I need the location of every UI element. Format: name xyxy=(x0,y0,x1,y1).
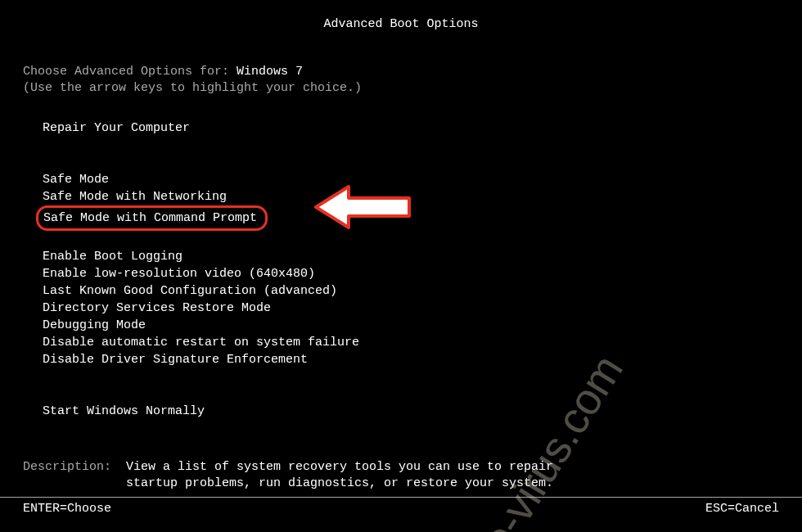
page-title: Advanced Boot Options xyxy=(23,16,779,33)
menu-item-dsrm[interactable]: Directory Services Restore Mode xyxy=(43,300,779,317)
menu-item-safemode-net[interactable]: Safe Mode with Networking xyxy=(43,188,779,205)
footer: ENTER=Choose ESC=Cancel xyxy=(23,501,779,517)
menu-item-lkgc[interactable]: Last Known Good Configuration (advanced) xyxy=(43,282,779,300)
footer-rule xyxy=(0,497,802,498)
footer-esc: ESC=Cancel xyxy=(705,501,779,517)
menu-item-debug[interactable]: Debugging Mode xyxy=(43,317,779,334)
menu-item-noautorestart[interactable]: Disable automatic restart on system fail… xyxy=(43,334,779,351)
description-text: View a list of system recovery tools you… xyxy=(126,459,584,492)
menu-item-safemode-cmd[interactable]: Safe Mode with Command Prompt xyxy=(36,205,268,231)
menu-item-nodriversig[interactable]: Disable Driver Signature Enforcement xyxy=(43,351,779,368)
instructions-hint: (Use the arrow keys to highlight your ch… xyxy=(23,81,362,95)
description: Description: View a list of system recov… xyxy=(23,459,779,492)
menu-item-safemode[interactable]: Safe Mode xyxy=(43,171,779,188)
menu-item-lowres[interactable]: Enable low-resolution video (640x480) xyxy=(43,265,779,282)
menu-item-startnormal[interactable]: Start Windows Normally xyxy=(43,403,779,420)
menu-item-bootlog[interactable]: Enable Boot Logging xyxy=(43,248,779,265)
description-label: Description: xyxy=(23,459,111,492)
instructions-prefix: Choose Advanced Options for: xyxy=(23,65,237,79)
boot-menu: Repair Your Computer Safe Mode Safe Mode… xyxy=(43,119,779,420)
instructions: Choose Advanced Options for: Windows 7 (… xyxy=(23,64,779,97)
os-name: Windows 7 xyxy=(237,65,303,79)
menu-item-repair[interactable]: Repair Your Computer xyxy=(43,119,779,137)
footer-enter: ENTER=Choose xyxy=(23,501,111,517)
